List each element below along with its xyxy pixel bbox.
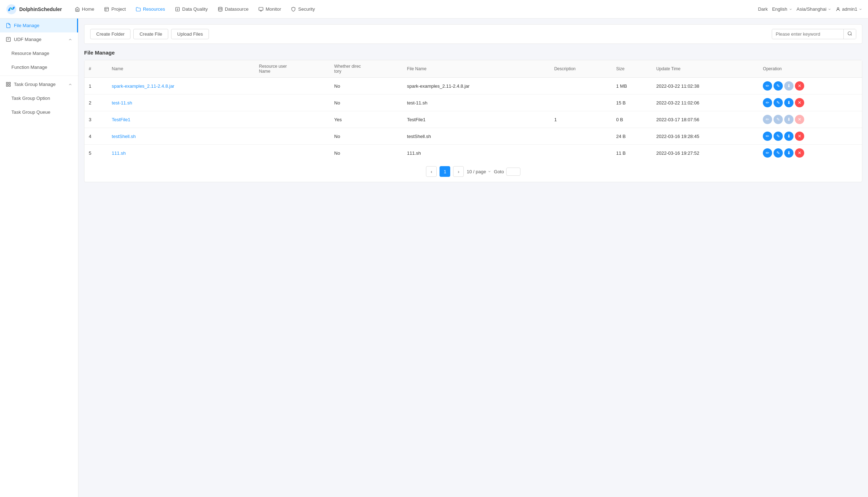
page-size-label: 10 / page bbox=[467, 169, 486, 174]
table-row: 2 test-11.sh No test-11.sh 15 B 2022-03-… bbox=[84, 94, 862, 111]
nav-right: Dark English Asia/Shanghai admin1 bbox=[758, 6, 862, 12]
cell-filename: TestFile1 bbox=[403, 111, 550, 128]
cell-resource-user bbox=[255, 78, 330, 94]
svg-point-1 bbox=[9, 9, 10, 11]
svg-point-18 bbox=[848, 32, 851, 35]
svg-rect-15 bbox=[9, 82, 10, 84]
task-chevron-icon bbox=[68, 82, 72, 87]
delete-button[interactable]: ✕ bbox=[795, 98, 804, 107]
delete-button[interactable]: ✕ bbox=[795, 148, 804, 158]
page-1-button[interactable]: 1 bbox=[440, 166, 450, 177]
download-button[interactable]: ⬇ bbox=[784, 98, 793, 107]
download-button[interactable]: ⬇ bbox=[784, 148, 793, 158]
edit-button[interactable]: ✏ bbox=[763, 132, 772, 141]
nav-item-resources[interactable]: Resources bbox=[132, 4, 169, 14]
svg-rect-16 bbox=[9, 85, 10, 86]
nav-item-home[interactable]: Home bbox=[71, 4, 99, 14]
create-folder-button[interactable]: Create Folder bbox=[90, 29, 130, 39]
cell-num: 5 bbox=[84, 145, 108, 162]
cell-resource-user bbox=[255, 94, 330, 111]
rename-button[interactable]: ✎ bbox=[774, 81, 783, 91]
cell-size: 15 B bbox=[612, 94, 652, 111]
nav-item-security[interactable]: Security bbox=[287, 4, 319, 14]
sidebar-item-task-group-queue[interactable]: Task Group Queue bbox=[0, 105, 78, 119]
file-link[interactable]: testShell.sh bbox=[112, 134, 136, 139]
col-directory: Whether directory bbox=[330, 60, 403, 78]
delete-button[interactable]: ✕ bbox=[795, 132, 804, 141]
cell-operation: ✏✎⬇✕ bbox=[759, 145, 862, 162]
edit-button[interactable]: ✏ bbox=[763, 81, 772, 91]
page-size-chevron bbox=[488, 170, 491, 173]
cell-directory: No bbox=[330, 145, 403, 162]
col-filename: File Name bbox=[403, 60, 550, 78]
download-button-disabled: ⬇ bbox=[784, 115, 793, 124]
nav-project-label: Project bbox=[111, 6, 125, 12]
delete-button[interactable]: ✕ bbox=[795, 81, 804, 91]
cell-name: 111.sh bbox=[108, 145, 255, 162]
goto-input[interactable] bbox=[506, 168, 520, 176]
rename-button[interactable]: ✎ bbox=[774, 132, 783, 141]
sidebar-item-resource-manage[interactable]: Resource Manage bbox=[0, 46, 78, 60]
edit-button[interactable]: ✏ bbox=[763, 98, 772, 107]
file-link[interactable]: test-11.sh bbox=[112, 100, 132, 106]
svg-line-19 bbox=[851, 35, 852, 36]
cell-name: spark-examples_2.11-2.4.8.jar bbox=[108, 78, 255, 94]
nav-item-project[interactable]: Project bbox=[100, 4, 130, 14]
file-link[interactable]: TestFile1 bbox=[112, 117, 130, 122]
col-operation: Operation bbox=[759, 60, 862, 78]
col-resource-user: Resource userName bbox=[255, 60, 330, 78]
edit-button[interactable]: ✏ bbox=[763, 148, 772, 158]
rename-button[interactable]: ✎ bbox=[774, 98, 783, 107]
udf-chevron-icon bbox=[68, 37, 72, 42]
table-row: 4 testShell.sh No testShell.sh 24 B 2022… bbox=[84, 128, 862, 145]
goto-label: Goto bbox=[494, 169, 504, 174]
nav-item-data-quality[interactable]: Data Quality bbox=[171, 4, 212, 14]
download-button[interactable]: ⬇ bbox=[784, 132, 793, 141]
sidebar-task-group-queue-label: Task Group Queue bbox=[11, 109, 50, 115]
sidebar-item-task-group-manage[interactable]: Task Group Manage bbox=[0, 77, 78, 91]
create-file-button[interactable]: Create File bbox=[133, 29, 168, 39]
cell-size: 11 B bbox=[612, 145, 652, 162]
cell-description bbox=[550, 94, 612, 111]
sidebar-item-function-manage[interactable]: Function Manage bbox=[0, 60, 78, 74]
table-row: 3 TestFile1 Yes TestFile1 1 0 B 2022-03-… bbox=[84, 111, 862, 128]
file-link[interactable]: 111.sh bbox=[112, 150, 126, 156]
svg-point-12 bbox=[837, 7, 839, 9]
cell-description bbox=[550, 78, 612, 94]
prev-page-button[interactable]: ‹ bbox=[426, 166, 437, 177]
upload-files-button[interactable]: Upload Files bbox=[171, 29, 209, 39]
sidebar-resource-manage-label: Resource Manage bbox=[11, 51, 49, 56]
rename-button-disabled: ✎ bbox=[774, 115, 783, 124]
next-page-button[interactable]: › bbox=[453, 166, 464, 177]
logo[interactable]: DolphinScheduler bbox=[6, 4, 62, 15]
cell-filename: 111.sh bbox=[403, 145, 550, 162]
file-link[interactable]: spark-examples_2.11-2.4.8.jar bbox=[112, 83, 175, 89]
col-name: Name bbox=[108, 60, 255, 78]
nav-monitor-label: Monitor bbox=[266, 6, 281, 12]
rename-button[interactable]: ✎ bbox=[774, 148, 783, 158]
cell-num: 3 bbox=[84, 111, 108, 128]
cell-directory: Yes bbox=[330, 111, 403, 128]
sidebar-item-file-manage[interactable]: File Manage bbox=[0, 19, 78, 32]
search-input[interactable] bbox=[772, 30, 843, 39]
search-button[interactable] bbox=[843, 29, 856, 39]
theme-toggle[interactable]: Dark bbox=[758, 6, 767, 12]
col-size: Size bbox=[612, 60, 652, 78]
sidebar-udf-manage-label: UDF Manage bbox=[14, 37, 41, 42]
svg-rect-9 bbox=[259, 7, 263, 10]
nav-item-monitor[interactable]: Monitor bbox=[254, 4, 285, 14]
language-selector[interactable]: English bbox=[772, 6, 792, 12]
sidebar-item-udf-manage[interactable]: UDF Manage bbox=[0, 32, 78, 46]
cell-resource-user bbox=[255, 128, 330, 145]
pagination: ‹ 1 › 10 / page Goto bbox=[84, 161, 862, 182]
svg-rect-14 bbox=[6, 82, 8, 84]
cell-description bbox=[550, 128, 612, 145]
page-title: File Manage bbox=[84, 50, 862, 56]
table-row: 1 spark-examples_2.11-2.4.8.jar No spark… bbox=[84, 78, 862, 94]
page-size-selector[interactable]: 10 / page bbox=[467, 169, 491, 174]
nav-item-datasource[interactable]: Datasource bbox=[214, 4, 253, 14]
cell-directory: No bbox=[330, 94, 403, 111]
user-menu[interactable]: admin1 bbox=[836, 6, 862, 12]
sidebar-item-task-group-option[interactable]: Task Group Option bbox=[0, 91, 78, 105]
timezone-selector[interactable]: Asia/Shanghai bbox=[797, 6, 832, 12]
